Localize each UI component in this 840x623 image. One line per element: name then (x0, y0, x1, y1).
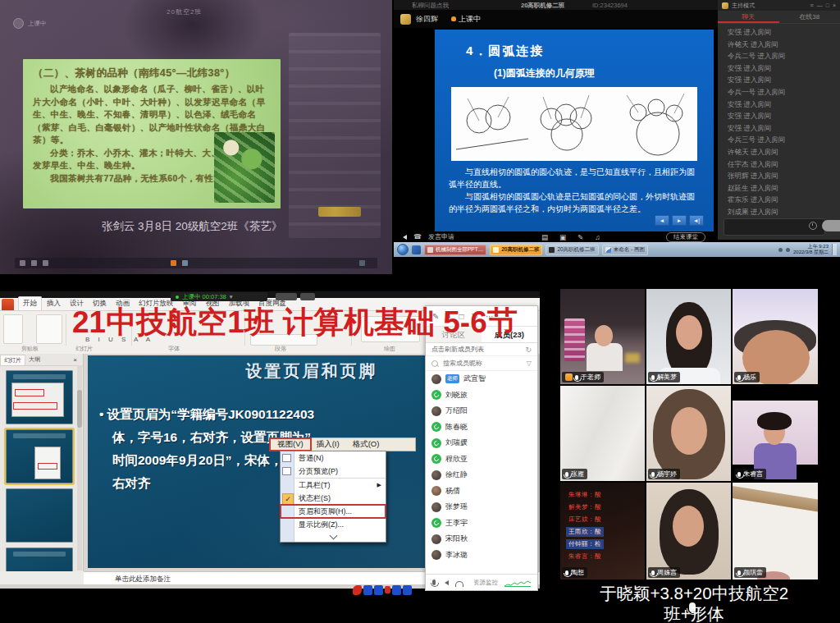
end-class-button[interactable]: 结束课堂 (666, 232, 705, 242)
history-clock-icon[interactable] (809, 222, 817, 230)
refresh-row[interactable]: 点击刷新成员列表 ↻ (426, 343, 537, 356)
tab-slides[interactable]: 幻灯片 (0, 355, 25, 365)
menu-item-statusbar[interactable]: ✓状态栏(S) (281, 492, 386, 505)
video-tile[interactable]: 杨乐 (733, 289, 818, 384)
filter-icon[interactable]: ▽ (527, 360, 532, 367)
room-event-list: 安强 进入房间 许铭天 进入房间 令兵二号 进入房间 安强 进入房间 安强 进入… (718, 24, 840, 218)
slide-thumbnail-4[interactable] (6, 547, 73, 571)
live-dot-icon (176, 295, 179, 299)
tray-icon[interactable] (778, 248, 783, 252)
phone-icon[interactable]: ☎ (413, 233, 422, 240)
menu-format[interactable]: 格式(O) (346, 439, 386, 450)
file-button[interactable] (2, 299, 14, 310)
menu-item-pagebreak[interactable]: 分页预览(P) (281, 465, 386, 478)
menu-item-header-footer[interactable]: 页眉和页脚(H)... (281, 505, 386, 518)
new-slide-button[interactable] (36, 314, 62, 344)
tab-insert[interactable]: 插入 (43, 297, 65, 310)
avatar (431, 518, 441, 528)
video-name-label: 张雁 (562, 469, 587, 479)
video-name-label: 杨宇婷 (648, 469, 680, 479)
member-row[interactable]: 程欣亚 (426, 451, 537, 468)
member-row[interactable]: 张梦瑶 (426, 499, 537, 515)
video-tile[interactable]: 杨宇婷 (646, 386, 731, 481)
member-row[interactable]: 刘瑞媛 (426, 435, 537, 451)
avatar (431, 374, 441, 384)
video-tile[interactable]: 张雁 (560, 386, 645, 481)
member-row[interactable]: 宋阳秋 (426, 531, 537, 547)
toolbar-pill[interactable] (276, 293, 297, 300)
avatar (431, 470, 441, 480)
hair (757, 412, 792, 430)
member-row[interactable]: 李冰璐 (426, 547, 537, 564)
maximize-icon[interactable]: □ (826, 2, 829, 8)
slide-thumbnail-3[interactable] (6, 488, 73, 543)
tab-online[interactable]: 在线38 (779, 11, 840, 23)
taskbar-window-class2[interactable]: 20高职机修二班 (546, 245, 598, 255)
camera-icon[interactable]: ▣ (559, 233, 566, 241)
room-event: 安强 进入房间 (728, 62, 840, 75)
member-search-input[interactable] (441, 359, 523, 368)
speaker-icon[interactable] (442, 580, 449, 585)
taskbar-clock[interactable]: 上午 9:23 2022/3/8 星期二 (793, 244, 829, 256)
live-class-pill[interactable]: 上课中 00:07:38 ▾ (171, 292, 267, 301)
taskbar-window-ppt[interactable]: 机械制图全部PPT… (424, 245, 486, 255)
menu-view[interactable]: 视图(V) (271, 439, 310, 450)
menu-icon[interactable]: ≡ (810, 2, 814, 8)
member-row[interactable]: 万绍阳 (426, 403, 537, 419)
speaker-icon[interactable] (400, 235, 407, 240)
menu-expand-chevron[interactable] (281, 531, 386, 542)
member-row[interactable]: 老师武宜智 (426, 371, 537, 387)
toolbar-pill[interactable] (300, 293, 315, 300)
thumbnail-scrollbar[interactable] (77, 365, 82, 570)
annotation-class-title: 21中技航空1班 计算机基础 5-6节 (72, 302, 518, 343)
tab-home[interactable]: 开始 (18, 296, 42, 310)
taskbar-window-paint[interactable]: 未命名 - 画图 (602, 245, 648, 255)
pinned-app-icon[interactable] (412, 245, 421, 254)
start-button[interactable] (397, 244, 409, 255)
teacher-toolbar: 徐四辉 上课中 (394, 10, 718, 28)
video-tile[interactable]: 解美梦 (646, 289, 731, 384)
video-tile[interactable]: 朱琳琳：酸 解美梦：酸 庄艺妏：酸 王雨欣：酸 付钟丽：检 朱睿言：酸 陶想 (560, 483, 645, 579)
member-row[interactable]: 杨倩 (426, 483, 537, 500)
slide-thumbnail-1[interactable] (6, 370, 73, 424)
prev-slide-button[interactable]: ◄ (655, 215, 669, 226)
video-tile[interactable]: 颜琪蕾 (733, 483, 818, 579)
first-slide-button[interactable]: ◄| (689, 215, 704, 226)
rollcall-entry: 朱琳琳：酸 (566, 490, 604, 500)
member-row[interactable]: 徐红静 (426, 467, 537, 483)
clipboard-buttons[interactable] (3, 314, 23, 344)
video-tile[interactable]: 周姝言 (646, 483, 731, 579)
member-row[interactable]: 王李宇 (426, 515, 537, 532)
send-button[interactable] (822, 220, 840, 231)
speak-request-label[interactable]: 发言申请 (428, 232, 454, 241)
taskbar-window-class[interactable]: 20高职机修二班 (490, 245, 542, 255)
music-icon[interactable]: ♫ (595, 233, 600, 241)
room-id: ID:23423694 (592, 2, 628, 9)
video-tile[interactable]: 朱睿言 (733, 386, 818, 481)
panel-app-icon (722, 2, 728, 9)
share-screen-icon[interactable]: ▤ (541, 233, 548, 241)
menu-item-normal[interactable]: 普通(N) (281, 451, 386, 465)
minimize-icon[interactable]: — (817, 2, 823, 8)
scrollbar-thumb[interactable] (77, 390, 82, 428)
tray-icon[interactable] (786, 248, 790, 252)
menu-item-zoom[interactable]: 显示比例(Z)... (281, 518, 386, 531)
member-row[interactable]: 陈春晓 (426, 419, 537, 436)
slide-thumbnail-2-selected[interactable] (6, 429, 73, 483)
mic-icon[interactable] (432, 579, 436, 585)
close-icon[interactable]: × (70, 355, 80, 364)
show-desktop-button[interactable] (832, 244, 837, 255)
menu-insert[interactable]: 插入(I) (310, 439, 346, 450)
member-row[interactable]: 刘晓旅 (426, 387, 537, 404)
video-tile-teacher[interactable]: 于老师 (560, 289, 645, 384)
close-icon[interactable]: × (833, 2, 836, 8)
participant-name: 周姝言 (657, 568, 677, 577)
submenu-arrow-icon: ▶ (377, 482, 381, 488)
headphone-icon[interactable] (455, 581, 463, 587)
tab-chat[interactable]: 聊天 (718, 11, 779, 23)
pencil-icon[interactable]: ✎ (578, 233, 583, 241)
next-slide-button[interactable]: ► (672, 215, 687, 226)
tea-slide-title: （二）、茶树的品种（南纬45°—北纬38°） (33, 66, 271, 80)
menu-item-toolbars[interactable]: 工具栏(T)▶ (281, 479, 386, 492)
tab-outline[interactable]: 大纲 (25, 355, 43, 364)
